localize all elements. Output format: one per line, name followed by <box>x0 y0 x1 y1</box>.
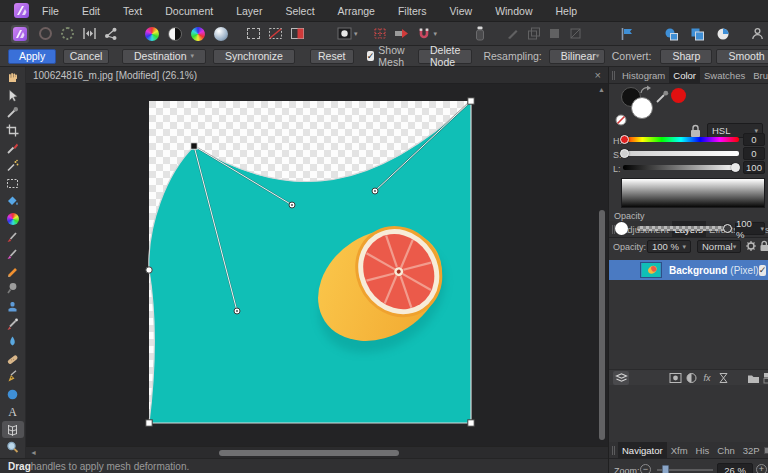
healing-brush-tool[interactable] <box>2 351 24 369</box>
layer-visibility-checkbox[interactable]: ✓ <box>759 265 767 276</box>
rotate-document-icon[interactable] <box>36 25 54 43</box>
menu-layer[interactable]: Layer <box>226 5 272 17</box>
scroll-up-icon[interactable]: ▲ <box>598 86 605 93</box>
smudge-tool[interactable] <box>2 280 24 298</box>
undo-brush-tool[interactable] <box>2 315 24 333</box>
clone-stamp-tool[interactable] <box>2 298 24 316</box>
panel-menu-icon[interactable] <box>764 447 768 454</box>
show-mesh-checkbox[interactable]: ✓ Show Mesh <box>367 44 407 68</box>
force-pixel-alignment-icon[interactable] <box>393 25 411 43</box>
adjustment-layer-icon[interactable] <box>683 371 699 385</box>
lightness-value[interactable]: 100 <box>743 161 765 174</box>
crop-tool[interactable] <box>2 122 24 140</box>
document-canvas[interactable] <box>149 101 471 423</box>
zoom-slider-knob[interactable] <box>662 465 669 473</box>
layer-stack-icon[interactable] <box>613 371 629 385</box>
menu-arrange[interactable]: Arrange <box>328 5 385 17</box>
scroll-left-icon[interactable]: ◄ <box>30 449 37 456</box>
menu-view[interactable]: View <box>440 5 483 17</box>
saturation-slider[interactable] <box>623 151 739 156</box>
flood-fill-tool[interactable] <box>2 192 24 210</box>
tab-32bit-preview[interactable]: 32P <box>739 442 764 459</box>
lightness-slider-knob[interactable] <box>731 163 740 172</box>
tab-brushes[interactable]: Brushes <box>749 67 768 84</box>
color-picker-icon[interactable] <box>655 89 670 104</box>
live-filter-icon[interactable] <box>715 371 731 385</box>
luminance-preview-box[interactable] <box>621 178 765 208</box>
tab-transform[interactable]: Xfm <box>667 442 692 459</box>
close-document-icon[interactable]: × <box>595 69 601 81</box>
document-title[interactable]: 100624816_m.jpg [Modified] (26.1%) <box>33 70 197 81</box>
colour-picker-tool[interactable] <box>2 104 24 122</box>
layer-effects-icon[interactable]: fx <box>699 371 715 385</box>
opacity-slider[interactable] <box>637 226 731 231</box>
vertical-scroll-thumb[interactable] <box>599 210 605 440</box>
hue-slider-knob[interactable] <box>620 135 629 144</box>
snapping-magnet-icon[interactable] <box>415 25 433 43</box>
lock-icon[interactable] <box>689 124 702 138</box>
auto-contrast-icon[interactable] <box>166 25 184 43</box>
geometry-subtract-icon[interactable] <box>688 25 706 43</box>
pixel-tool[interactable] <box>2 263 24 281</box>
delete-node-button[interactable]: Delete Node <box>418 49 472 64</box>
no-color-icon[interactable] <box>615 114 627 126</box>
snapping-grid-icon[interactable] <box>371 25 389 43</box>
menu-filters[interactable]: Filters <box>388 5 437 17</box>
paint-brush-tool[interactable] <box>2 227 24 245</box>
text-tool[interactable]: A <box>2 403 24 421</box>
auto-white-balance-icon[interactable] <box>212 25 230 43</box>
zoom-out-button[interactable]: − <box>640 464 651 473</box>
blur-tool[interactable] <box>2 333 24 351</box>
layer-thumbnail[interactable] <box>640 262 662 278</box>
tab-channels[interactable]: Chn <box>713 442 738 459</box>
snapping-dropdown-icon[interactable]: ▾ <box>434 30 438 38</box>
group-layers-icon[interactable] <box>745 371 761 385</box>
swap-colors-icon[interactable] <box>640 85 652 95</box>
cancel-button[interactable]: Cancel <box>63 49 109 64</box>
mesh-warp-overlay[interactable] <box>149 101 471 423</box>
apply-button[interactable]: Apply <box>8 49 56 64</box>
menu-text[interactable]: Text <box>113 5 152 17</box>
tab-swatches[interactable]: Swatches <box>700 67 749 84</box>
view-tool[interactable] <box>2 69 24 87</box>
auto-levels-icon[interactable] <box>143 25 161 43</box>
panel-grip-icon[interactable] <box>612 446 615 455</box>
convert-smooth-button[interactable]: Smooth <box>716 49 768 64</box>
zoom-in-button[interactable]: + <box>756 464 767 473</box>
saturation-slider-knob[interactable] <box>620 149 629 158</box>
auto-colours-icon[interactable] <box>189 25 207 43</box>
convert-sharp-button[interactable]: Sharp <box>660 49 712 64</box>
menu-edit[interactable]: Edit <box>72 5 110 17</box>
quick-mask-icon[interactable] <box>335 25 353 43</box>
layer-opacity-dropdown[interactable]: 100 %▾ <box>647 240 691 253</box>
selection-brush-tool[interactable] <box>2 139 24 157</box>
quick-mask-dropdown-icon[interactable]: ▾ <box>354 30 358 38</box>
opacity-value[interactable]: 100 %▾ <box>735 222 765 235</box>
move-tool[interactable] <box>2 87 24 105</box>
vertical-scrollbar[interactable]: ▲ <box>597 84 607 446</box>
hue-value[interactable]: 0 <box>743 133 765 146</box>
current-color-swatch[interactable] <box>671 88 686 103</box>
opacity-slider-knob[interactable] <box>723 224 732 233</box>
deselect-icon[interactable] <box>266 25 284 43</box>
menu-select[interactable]: Select <box>275 5 324 17</box>
menu-file[interactable]: File <box>32 5 69 17</box>
invert-selection-icon[interactable] <box>288 25 306 43</box>
gear-icon[interactable] <box>745 240 757 252</box>
reset-button[interactable]: Reset <box>310 49 354 64</box>
tab-color[interactable]: Color <box>669 67 700 84</box>
synchronize-button[interactable]: Synchronize <box>213 49 295 64</box>
horizontal-scrollbar[interactable]: ◄ <box>26 446 608 458</box>
canvas-viewport[interactable]: ▲ <box>26 84 608 446</box>
hue-slider[interactable] <box>623 137 739 142</box>
lock-icon[interactable] <box>759 240 768 252</box>
account-icon[interactable] <box>748 25 766 43</box>
menu-window[interactable]: Window <box>485 5 542 17</box>
tab-history[interactable]: His <box>692 442 714 459</box>
share-nodes-icon[interactable] <box>102 25 120 43</box>
history-cycle-icon[interactable] <box>58 25 76 43</box>
pattern-icon[interactable] <box>761 371 768 385</box>
menu-document[interactable]: Document <box>155 5 223 17</box>
panel-grip-icon[interactable] <box>612 71 615 80</box>
mask-layer-icon[interactable] <box>667 371 683 385</box>
